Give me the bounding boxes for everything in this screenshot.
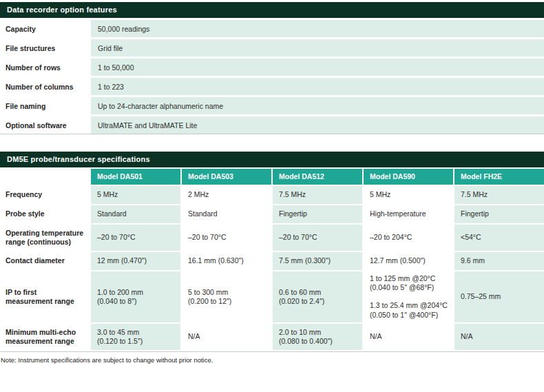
spec-cell: –20 to 70°C [182,225,271,251]
spec-cell: N/A [454,324,544,350]
spec-cell: 5 MHz [364,186,453,204]
spec-cell: 2 MHz [182,186,271,204]
row-value: 1 to 223 [91,78,544,95]
row-label: Number of rows [0,59,88,76]
row-value: UltraMATE and UltraMATE Lite [91,116,544,134]
table-row: Number of rows 1 to 50,000 [0,59,544,76]
spec-cell: 12 mm (0.470″) [91,252,180,270]
spec-cell: 5 to 300 mm (0.200 to 12″) [182,271,271,322]
row-label: Capacity [0,20,88,37]
spec-cell: 1.0 to 200 mm (0.040 to 8″) [91,271,180,322]
spec-cell: N/A [364,324,453,350]
table-row: File structures Grid file [0,39,544,56]
spec-cell: 2.0 to 10 mm (0.080 to 0.400″) [273,324,362,350]
spec-cell: Fingertip [273,205,362,223]
column-header-fh2e: Model FH2E [454,169,544,185]
row-label: Optional software [0,116,88,134]
table-row: Capacity 50,000 readings [0,20,544,37]
column-header-da501: Model DA501 [91,169,180,185]
spec-cell: 7.5 mm (0.300″) [273,252,362,270]
spec-cell: 1 to 125 mm @20°C (0.040 to 5″ @68°F) 1.… [364,271,453,322]
column-header-da503: Model DA503 [182,169,271,185]
spec-cell: 5 MHz [91,186,180,204]
row-label: Minimum multi-echo measurement range [0,324,90,350]
table-row: Number of columns 1 to 223 [0,78,544,95]
spec-cell: N/A [182,324,271,350]
probe-spec-table: DM5E probe/transducer specifications Mod… [0,152,544,352]
probe-spec-grid: Model DA501 Model DA503 Model DA512 Mode… [0,169,544,352]
probe-spec-table-title: DM5E probe/transducer specifications [0,152,544,167]
spec-cell: <54°C [454,225,544,251]
row-label: IP to first measurement range [0,271,90,322]
spec-cell: 0.6 to 60 mm (0.020 to 2.4″) [273,271,362,322]
column-header-da590: Model DA590 [364,169,453,185]
spec-cell: –20 to 204°C [364,225,453,251]
row-label: Contact diameter [0,252,90,270]
table-row: File naming Up to 24-character alphanume… [0,97,544,114]
spec-cell: 7.5 MHz [273,186,362,204]
row-value: Grid file [91,39,544,56]
data-recorder-table-title: Data recorder option features [0,2,544,18]
row-label: Frequency [0,186,90,204]
row-label: Probe style [0,205,90,223]
spec-cell: –20 to 70°C [273,225,362,251]
row-label: Number of columns [0,78,88,95]
spec-cell: 7.5 MHz [454,186,544,204]
footnote: Note: Instrument specifications are subj… [0,356,544,364]
spec-cell: High-temperature [364,205,453,223]
column-header-spacer [0,169,90,185]
spec-cell: 12.7 mm (0.500″) [364,252,453,270]
row-value: 1 to 50,000 [91,59,544,76]
spec-cell: 9.6 mm [454,252,544,270]
data-recorder-table: Data recorder option features Capacity 5… [0,2,544,134]
table-row: Optional software UltraMATE and UltraMAT… [0,116,544,134]
spec-cell: 0.75–25 mm [454,271,544,322]
row-value: 50,000 readings [91,20,544,37]
datasheet-page: Data recorder option features Capacity 5… [0,0,544,364]
spec-cell: 3.0 to 45 mm (0.120 to 1.5″) [91,324,180,350]
spec-cell: 16.1 mm (0.630″) [182,252,271,270]
spec-cell: –20 to 70°C [91,225,180,251]
column-header-da512: Model DA512 [273,169,362,185]
row-label: File structures [0,39,88,56]
spec-cell: Standard [91,205,180,223]
spec-cell: Fingertip [454,205,544,223]
row-label: File naming [0,97,88,114]
row-value: Up to 24-character alphanumeric name [91,97,544,114]
row-label: Operating temperature range (continuous) [0,225,90,251]
spec-cell: Standard [182,205,271,223]
